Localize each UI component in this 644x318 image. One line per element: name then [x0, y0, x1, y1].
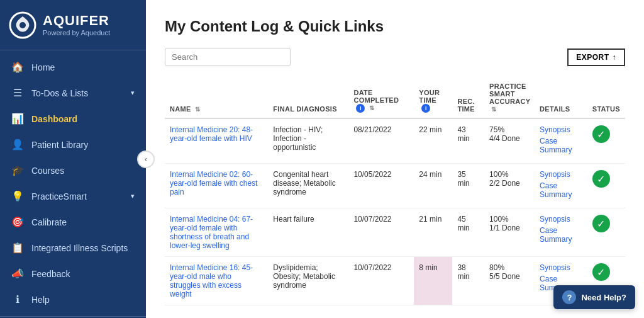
synopsis-link-1[interactable]: Synopsis [540, 170, 582, 179]
table-row: Internal Medicine 04: 67-year-old female… [165, 208, 625, 257]
case-link-0[interactable]: Internal Medicine 20: 48-year-old female… [170, 125, 253, 143]
sidebar: AQUIFER Powered by Aqueduct 🏠 Home ☰ To-… [0, 0, 146, 318]
date-info-icon[interactable]: i [356, 104, 365, 113]
home-icon: 🏠 [11, 61, 24, 73]
accuracy-pct-3: 80% [489, 263, 530, 272]
case-summary-link-0[interactable]: Case Summary [540, 137, 582, 154]
col-your-time: YOUR TIME i [414, 77, 452, 118]
details-cell-2: Synopsis Case Summary [535, 208, 587, 257]
date-cell-0: 08/21/2022 [348, 118, 414, 164]
details-cell-1: Synopsis Case Summary [535, 164, 587, 208]
sidebar-item-feedback[interactable]: 📣 Feedback [0, 261, 146, 287]
date-cell-3: 10/07/2022 [348, 257, 414, 305]
name-cell-0: Internal Medicine 20: 48-year-old female… [165, 118, 268, 164]
integrated-illness-icon: 📋 [11, 242, 24, 254]
col-rec-time: REC. TIME [452, 77, 484, 118]
col-name: NAME ⇅ [165, 77, 268, 118]
sidebar-label-home: Home [31, 62, 55, 72]
case-summary-link-2[interactable]: Case Summary [540, 226, 582, 244]
feedback-icon: 📣 [11, 268, 24, 280]
diagnosis-cell-1: Congenital heart disease; Metabolic synd… [268, 164, 348, 208]
export-label: EXPORT [576, 53, 609, 62]
sidebar-item-patient-library[interactable]: 👤 Patient Library [0, 132, 146, 157]
accuracy-done-3: 5/5 Done [489, 272, 530, 281]
time-info-icon[interactable]: i [421, 104, 430, 113]
case-summary-link-1[interactable]: Case Summary [540, 181, 582, 199]
name-cell-1: Internal Medicine 02: 60-year-old female… [165, 164, 268, 208]
accuracy-pct-2: 100% [489, 215, 530, 224]
sort-accuracy-icon[interactable]: ⇅ [491, 106, 496, 113]
accuracy-cell-3: 80% 5/5 Done [484, 257, 535, 305]
sort-name-icon[interactable]: ⇅ [195, 106, 200, 113]
sidebar-label-help: Help [31, 295, 50, 305]
sidebar-item-practicesmart[interactable]: 💡 PracticeSmart ▾ [0, 183, 146, 209]
sidebar-item-integrated-illness[interactable]: 📋 Integrated Illness Scripts [0, 235, 146, 261]
status-done-0: ✓ [592, 125, 610, 143]
sidebar-label-integrated-illness: Integrated Illness Scripts [31, 243, 128, 253]
svg-point-1 [19, 22, 26, 28]
search-input[interactable] [165, 48, 291, 66]
help-button[interactable]: ? Need Help? [553, 285, 635, 309]
sidebar-item-help[interactable]: ℹ Help [0, 287, 146, 312]
table-row: Internal Medicine 20: 48-year-old female… [165, 118, 625, 164]
status-done-2: ✓ [592, 215, 610, 232]
sidebar-item-home[interactable]: 🏠 Home [0, 54, 146, 80]
table-row: Internal Medicine 02: 60-year-old female… [165, 164, 625, 208]
col-details: DETAILS [535, 77, 587, 118]
todos-icon: ☰ [11, 87, 24, 99]
your-time-cell-3: 8 min [414, 257, 452, 305]
practicesmart-icon: 💡 [11, 190, 24, 202]
details-cell-0: Synopsis Case Summary [535, 118, 587, 164]
chevron-practicesmart: ▾ [131, 192, 135, 200]
sidebar-label-practicesmart: PracticeSmart [31, 191, 87, 202]
accuracy-cell-0: 75% 4/4 Done [484, 118, 535, 164]
status-done-1: ✓ [592, 170, 610, 188]
synopsis-link-2[interactable]: Synopsis [540, 215, 582, 224]
diagnosis-cell-3: Dyslipidemia; Obesity; Metabolic syndrom… [268, 257, 348, 305]
status-cell-2: ✓ [587, 208, 625, 257]
accuracy-pct-1: 100% [489, 170, 530, 179]
sidebar-item-dashboard[interactable]: 📊 Dashboard [0, 106, 146, 132]
col-accuracy: PRACTICE SMART ACCURACY ⇅ [484, 77, 535, 118]
export-icon: ↑ [613, 53, 617, 62]
app-subtitle: Powered by Aqueduct [43, 29, 110, 37]
rec-time-cell-3: 38 min [452, 257, 484, 305]
synopsis-link-3[interactable]: Synopsis [540, 263, 582, 272]
sidebar-nav: 🏠 Home ☰ To-Dos & Lists ▾ 📊 Dashboard 👤 … [0, 50, 146, 316]
help-icon: ? [562, 290, 576, 304]
accuracy-done-0: 4/4 Done [489, 134, 530, 143]
table-header: NAME ⇅ FINAL DIAGNOSIS DATE COMPLETED i … [165, 77, 625, 118]
synopsis-link-0[interactable]: Synopsis [540, 125, 582, 134]
chevron-todos: ▾ [131, 89, 135, 97]
accuracy-cell-1: 100% 2/2 Done [484, 164, 535, 208]
dashboard-icon: 📊 [11, 113, 24, 125]
status-cell-0: ✓ [587, 118, 625, 164]
app-name: AQUIFER [43, 13, 110, 29]
logo-area: AQUIFER Powered by Aqueduct [0, 0, 146, 50]
sidebar-item-calibrate[interactable]: 🎯 Calibrate [0, 209, 146, 235]
table-body: Internal Medicine 20: 48-year-old female… [165, 118, 625, 305]
sidebar-collapse-button[interactable]: ‹ [137, 150, 155, 168]
sidebar-item-todos[interactable]: ☰ To-Dos & Lists ▾ [0, 80, 146, 106]
logo-text: AQUIFER Powered by Aqueduct [43, 13, 110, 38]
accuracy-done-2: 1/1 Done [489, 224, 530, 232]
case-link-3[interactable]: Internal Medicine 16: 45-year-old male w… [170, 263, 253, 298]
name-cell-2: Internal Medicine 04: 67-year-old female… [165, 208, 268, 257]
sidebar-label-todos: To-Dos & Lists [31, 88, 88, 98]
case-link-1[interactable]: Internal Medicine 02: 60-year-old female… [170, 170, 257, 196]
aquifer-logo-icon [9, 11, 36, 39]
rec-time-cell-0: 43 min [452, 118, 484, 164]
diagnosis-cell-2: Heart failure [268, 208, 348, 257]
sidebar-item-courses[interactable]: 🎓 Courses [0, 157, 146, 183]
col-status: STATUS [587, 77, 625, 118]
col-diagnosis: FINAL DIAGNOSIS [268, 77, 348, 118]
sort-date-icon[interactable]: ⇅ [369, 105, 374, 111]
export-button[interactable]: EXPORT ↑ [567, 48, 625, 66]
your-time-cell-1: 24 min [414, 164, 452, 208]
case-link-2[interactable]: Internal Medicine 04: 67-year-old female… [170, 215, 253, 250]
date-cell-2: 10/07/2022 [348, 208, 414, 257]
accuracy-done-1: 2/2 Done [489, 179, 530, 188]
rec-time-cell-2: 45 min [452, 208, 484, 257]
sidebar-label-feedback: Feedback [31, 269, 70, 279]
diagnosis-cell-0: Infection - HIV; Infection - opportunist… [268, 118, 348, 164]
